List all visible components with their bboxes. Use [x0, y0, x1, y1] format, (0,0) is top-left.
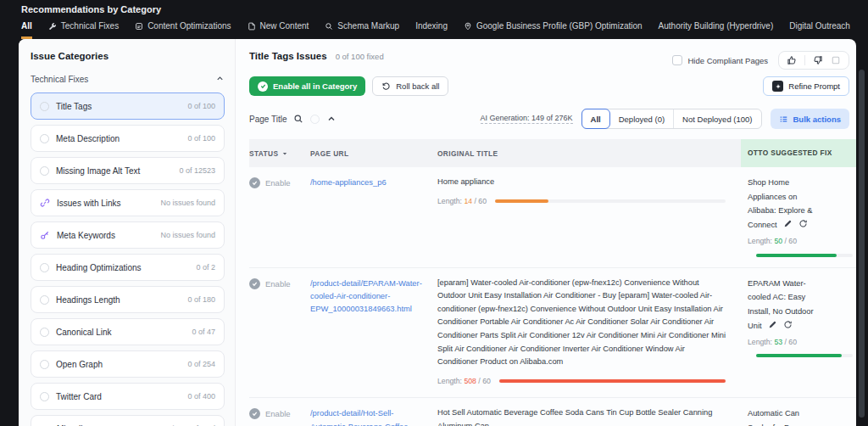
original-title-column-header: ORIGINAL TITLE — [437, 139, 741, 167]
circle-icon — [40, 295, 49, 305]
refine-prompt-button[interactable]: Refine Prompt — [763, 76, 849, 96]
category-item[interactable]: Twitter Card 0 of 400 — [31, 383, 225, 410]
search-icon[interactable] — [293, 114, 303, 124]
length-progress-bar — [499, 379, 726, 383]
length-progress-bar — [495, 199, 726, 203]
tab[interactable]: Google Business Profile (GBP) Optimizati… — [464, 21, 643, 39]
category-item[interactable]: Issues with Links No issues found — [31, 189, 225, 216]
tab[interactable]: All — [21, 21, 32, 39]
page-title: Recommendations by Category — [21, 4, 161, 14]
vertical-scrollbar[interactable] — [859, 70, 865, 418]
category-label: Heading Optimizations — [56, 263, 189, 272]
table-body: Enable /home-appliances_p6 Home applianc… — [249, 167, 856, 426]
main-panel: Title Tags Issues 0 of 100 fixed Hide Co… — [236, 39, 856, 426]
pin-icon — [464, 22, 472, 31]
category-count: 0 of 100 — [187, 102, 215, 110]
tab-label: Schema Markup — [337, 21, 399, 31]
category-item[interactable]: Miscellaneous No issues found — [31, 415, 225, 426]
chevron-up-icon — [215, 74, 225, 85]
hide-compliant-checkbox[interactable] — [672, 55, 682, 65]
sidebar-title: Issue Categories — [31, 51, 225, 61]
circle-icon — [40, 360, 49, 369]
category-count: 0 of 12523 — [179, 166, 215, 175]
panel-title: Title Tags Issues — [249, 51, 327, 61]
deploy-filter-tab[interactable]: Not Deployed (100) — [674, 109, 760, 128]
table-row: Enable /product-detail/Hot-Sell-Automati… — [249, 397, 856, 426]
ai-generation-counter[interactable]: AI Generation: 149 of 276K — [481, 114, 573, 124]
tab-label: Indexing — [415, 21, 448, 31]
category-label: Open Graph — [56, 360, 181, 369]
check-circle-icon — [249, 177, 260, 188]
tab[interactable]: Content Optimizations — [135, 21, 231, 39]
group-label: Technical Fixes — [31, 75, 88, 84]
category-item[interactable]: Headings Length 0 of 180 — [31, 286, 225, 313]
page-url-link[interactable]: /home-appliances_p6 — [310, 177, 387, 187]
technical-fixes-group-header[interactable]: Technical Fixes — [31, 74, 225, 85]
category-item[interactable]: Meta Description 0 of 100 — [31, 125, 225, 152]
search-column-label: Page Title — [249, 115, 287, 124]
tab[interactable]: Schema Markup — [325, 21, 399, 39]
new-content-icon — [248, 22, 256, 31]
rollback-all-button[interactable]: Roll back all — [372, 76, 448, 96]
original-title-text: [eparam] Water-cooled Air-conditioner (e… — [437, 277, 726, 369]
regenerate-icon[interactable] — [798, 219, 808, 228]
tab[interactable]: Authority Building (Hyperdrive) — [659, 21, 774, 39]
deploy-filter-tab[interactable]: Deployed (0) — [610, 109, 674, 128]
tab-label: Technical Fixes — [61, 21, 119, 31]
bulk-actions-button[interactable]: Bulk actions — [771, 109, 850, 129]
content-icon — [135, 22, 143, 31]
topbar: Recommendations by Category All Technica… — [0, 0, 868, 39]
suggested-fix-text: Automatic Can Sealer for Beverages — [748, 409, 821, 426]
hide-compliant-label: Hide Compliant Pages — [687, 56, 768, 65]
feedback-menu-icon[interactable] — [831, 55, 841, 65]
loading-spinner-icon — [310, 115, 320, 124]
feedback-pill — [778, 51, 849, 70]
tab[interactable]: Technical Fixes — [48, 21, 119, 39]
edit-icon[interactable] — [783, 219, 793, 228]
tab[interactable]: New Content — [248, 21, 309, 39]
enable-status-button[interactable]: Enable — [265, 409, 291, 418]
tab[interactable]: Digital Outreach — [789, 21, 850, 39]
content-card: Issue Categories Technical Fixes Title T… — [19, 39, 856, 426]
original-title-text: Hot Sell Automatic Beverage Coffee Soda … — [437, 406, 726, 426]
collapse-chevron-up-icon[interactable] — [326, 114, 337, 124]
page-url-link[interactable]: /product-detail/EPARAM-Water-cooled-Air-… — [310, 278, 422, 313]
category-item[interactable]: Title Tags 0 of 100 — [31, 92, 225, 120]
circle-icon — [40, 392, 49, 401]
tab[interactable]: Indexing — [415, 21, 448, 39]
issue-categories-sidebar: Issue Categories Technical Fixes Title T… — [19, 39, 236, 426]
thumb-down-icon[interactable] — [813, 55, 823, 65]
enable-status-button[interactable]: Enable — [265, 279, 291, 289]
suggested-fix-text: EPARAM Water-cooled AC: Easy Install, No… — [748, 279, 814, 330]
category-count: No issues found — [160, 231, 215, 239]
category-item[interactable]: Missing Image Alt Text 0 of 12523 — [31, 157, 225, 184]
category-label: Canonical Link — [56, 328, 185, 337]
regenerate-icon[interactable] — [783, 320, 793, 329]
tab-label: Digital Outreach — [789, 21, 850, 31]
category-item[interactable]: Heading Optimizations 0 of 2 — [31, 254, 225, 281]
history-icon — [381, 81, 391, 91]
length-progress-bar — [756, 254, 853, 257]
table-header: STATUS PAGE URL ORIGINAL TITLE OTTO SUGG… — [249, 139, 856, 167]
check-circle-icon — [258, 81, 268, 92]
enable-all-button[interactable]: Enable all in Category — [249, 76, 365, 96]
category-item[interactable]: Meta Keywords No issues found — [31, 221, 225, 249]
deploy-filter-tab[interactable]: All — [581, 109, 610, 129]
enable-status-button[interactable]: Enable — [265, 178, 291, 188]
category-item[interactable]: Open Graph 0 of 254 — [31, 350, 225, 378]
status-column-header[interactable]: STATUS — [249, 139, 310, 167]
divider — [804, 55, 805, 65]
sort-caret-icon — [281, 149, 289, 158]
edit-icon[interactable] — [768, 320, 777, 329]
table-row: Enable /product-detail/EPARAM-Water-cool… — [249, 267, 856, 398]
deploy-filter-group: AllDeployed (0)Not Deployed (100) — [581, 109, 762, 129]
page-url-link[interactable]: /product-detail/Hot-Sell-Automatic-Bever… — [310, 408, 411, 426]
tab-label: Google Business Profile (GBP) Optimizati… — [476, 21, 643, 31]
category-item[interactable]: Canonical Link 0 of 47 — [31, 318, 225, 345]
original-length-row: Length: 14 / 60 — [437, 195, 726, 208]
category-label: Twitter Card — [56, 392, 181, 401]
category-label: Meta Keywords — [57, 231, 153, 240]
otto-suggested-fix-column-header: OTTO SUGGESTED FIX — [741, 139, 856, 167]
thumb-up-icon[interactable] — [787, 55, 797, 65]
length-progress-bar — [756, 354, 853, 357]
